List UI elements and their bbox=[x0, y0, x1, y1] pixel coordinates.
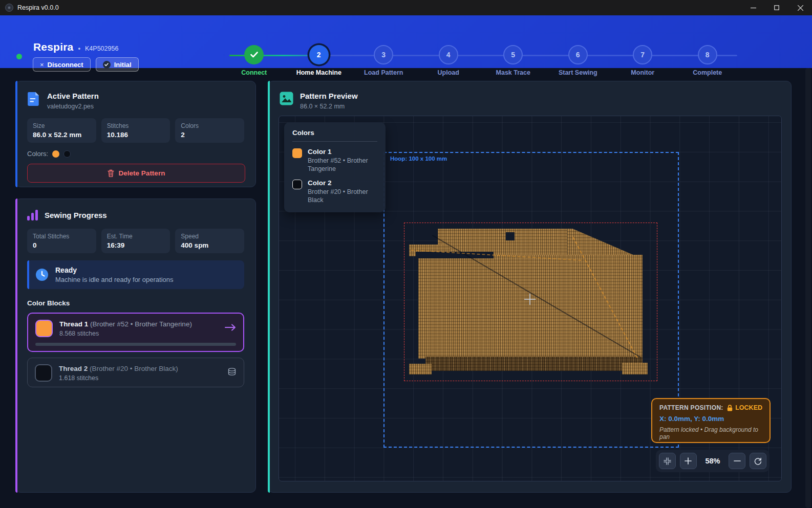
stat-stitches: Stitches 10.186 bbox=[101, 118, 170, 143]
initial-button[interactable]: Initial bbox=[96, 57, 139, 72]
scrollbar[interactable] bbox=[805, 68, 811, 508]
app-name: Respira bbox=[33, 41, 73, 53]
pattern-bounds bbox=[404, 223, 657, 381]
active-pattern-title: Active Pattern bbox=[47, 92, 99, 100]
zoom-toolbar: 58% bbox=[656, 450, 770, 472]
card-accent-teal bbox=[268, 81, 270, 493]
legend-item-color-2: Color 2 Brother #20 • Brother Black bbox=[292, 179, 377, 204]
pattern-dimensions: 86.0 × 52.2 mm bbox=[300, 103, 358, 110]
colors-label: Colors: bbox=[27, 150, 48, 158]
center-crosshair-v bbox=[529, 294, 530, 305]
active-pattern-filename: valetudogv2.pes bbox=[47, 103, 99, 110]
lock-state-badge: LOCKED bbox=[735, 404, 762, 411]
step-mask-trace[interactable]: 5 Mask Trace bbox=[481, 45, 546, 79]
preview-canvas[interactable]: Colors Color 1 Brother #52 • Brother Tan… bbox=[279, 116, 782, 481]
sewing-progress-title: Sewing Progress bbox=[45, 211, 107, 219]
color-dot-1 bbox=[52, 150, 59, 158]
thread-1-block[interactable]: Thread 1 (Brother #52 • Brother Tangerin… bbox=[27, 313, 244, 352]
status-description: Machine is idle and ready for operations bbox=[55, 276, 174, 283]
serial-bullet: • bbox=[78, 45, 80, 52]
step-start-sewing[interactable]: 6 Start Sewing bbox=[546, 45, 611, 79]
legend-title: Colors bbox=[292, 129, 377, 142]
step-upload[interactable]: 4 Upload bbox=[416, 45, 481, 79]
status-title: Ready bbox=[55, 266, 174, 274]
window-title: Respira v0.0.0 bbox=[17, 4, 59, 11]
zoom-in-button[interactable] bbox=[680, 453, 697, 469]
app-logo-icon bbox=[5, 4, 13, 12]
reset-view-button[interactable] bbox=[750, 453, 766, 469]
thread-2-swatch bbox=[35, 364, 52, 382]
disconnect-button[interactable]: × Disconnect bbox=[33, 57, 91, 72]
clock-icon bbox=[35, 268, 49, 281]
pattern-preview-card: Pattern Preview 86.0 × 52.2 mm Colors Co… bbox=[268, 81, 792, 493]
color-blocks-label: Color Blocks bbox=[16, 289, 255, 307]
step-complete[interactable]: 8 Complete bbox=[675, 45, 740, 79]
arrow-right-icon bbox=[225, 324, 236, 333]
connection-status-dot bbox=[16, 54, 22, 59]
machine-status-banner: Ready Machine is idle and ready for oper… bbox=[27, 260, 244, 289]
stat-speed: Speed 400 spm bbox=[175, 229, 244, 253]
pattern-position-overlay: PATTERN POSITION: LOCKED X: 0.0mm, Y: 0.… bbox=[651, 398, 771, 443]
color-dot-2 bbox=[63, 150, 71, 158]
step-monitor[interactable]: 7 Monitor bbox=[610, 45, 675, 79]
step-connect[interactable]: Connect bbox=[222, 45, 287, 79]
trash-icon bbox=[108, 169, 114, 177]
pattern-preview-title: Pattern Preview bbox=[300, 92, 358, 100]
file-icon bbox=[27, 92, 40, 106]
app-window: Respira v0.0.0 Respira • K4P502956 × Dis… bbox=[0, 0, 812, 508]
colors-legend: Colors Color 1 Brother #52 • Brother Tan… bbox=[284, 122, 386, 212]
thread-1-swatch bbox=[35, 320, 53, 337]
sewing-progress-card: Sewing Progress Total Stitches 0 Est. Ti… bbox=[15, 198, 256, 493]
machine-serial: K4P502956 bbox=[85, 45, 118, 52]
fit-view-button[interactable] bbox=[659, 453, 676, 469]
disconnect-x-icon: × bbox=[40, 61, 44, 69]
legend-swatch-1 bbox=[292, 148, 302, 158]
layers-icon bbox=[227, 367, 237, 379]
stat-total-stitches: Total Stitches 0 bbox=[27, 229, 96, 253]
stat-est-time: Est. Time 16:39 bbox=[101, 229, 170, 253]
thread-2-block[interactable]: Thread 2 (Brother #20 • Brother Black) 1… bbox=[27, 358, 244, 387]
hoop-label: Hoop: 100 x 100 mm bbox=[390, 156, 447, 162]
zoom-level: 58% bbox=[701, 457, 724, 465]
legend-swatch-2 bbox=[292, 180, 302, 189]
thread-1-progress-bar bbox=[35, 343, 236, 346]
bar-chart-icon bbox=[27, 209, 38, 220]
delete-pattern-button[interactable]: Delete Pattern bbox=[27, 164, 245, 183]
initial-check-icon bbox=[103, 61, 111, 69]
stat-size: Size 86.0 x 52.2 mm bbox=[27, 118, 96, 143]
active-pattern-card: Active Pattern valetudogv2.pes Size 86.0… bbox=[15, 81, 256, 187]
status-accent bbox=[27, 260, 29, 289]
step-connect-check-icon bbox=[244, 45, 264, 64]
pattern-coordinates: X: 0.0mm, Y: 0.0mm bbox=[659, 415, 762, 423]
pattern-position-label: PATTERN POSITION: bbox=[659, 404, 723, 411]
image-icon bbox=[280, 92, 293, 105]
close-button[interactable] bbox=[788, 0, 812, 15]
step-load-pattern[interactable]: 3 Load Pattern bbox=[351, 45, 416, 79]
step-home-machine[interactable]: 2 Home Machine bbox=[287, 45, 352, 79]
card-accent-purple bbox=[15, 198, 17, 493]
zoom-out-button[interactable] bbox=[729, 453, 745, 469]
titlebar: Respira v0.0.0 bbox=[0, 0, 812, 15]
lock-icon bbox=[727, 405, 733, 411]
legend-item-color-1: Color 1 Brother #52 • Brother Tangerine bbox=[292, 148, 377, 173]
workflow-stepper: Connect 2 Home Machine 3 Load Pattern 4 … bbox=[222, 45, 740, 79]
header: Respira • K4P502956 × Disconnect Initial bbox=[0, 15, 812, 68]
card-accent-blue bbox=[15, 81, 17, 187]
pattern-position-hint: Pattern locked • Drag background to pan bbox=[659, 426, 762, 440]
maximize-button[interactable] bbox=[765, 0, 788, 15]
minimize-button[interactable] bbox=[741, 0, 765, 15]
stat-colors: Colors 2 bbox=[175, 118, 244, 143]
